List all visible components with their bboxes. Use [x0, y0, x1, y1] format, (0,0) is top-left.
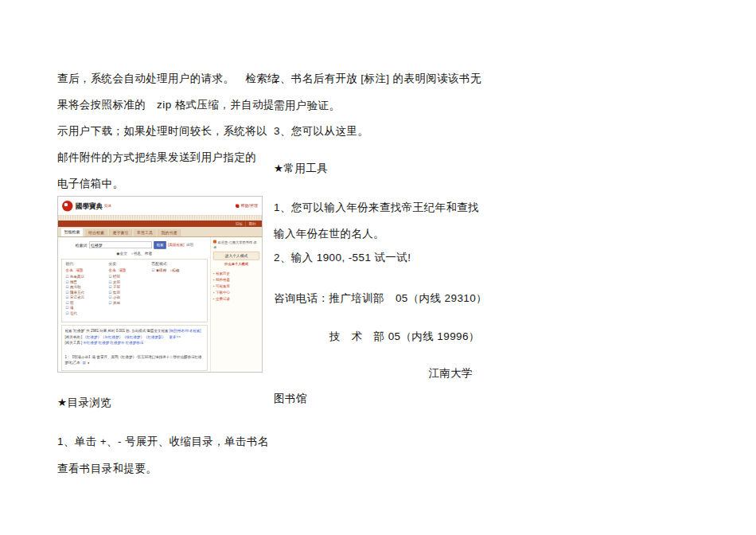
search-button: 检索 — [154, 241, 166, 249]
result-item-text: 1：【明清小说】清·曹雪芹、高鹗《红楼梦》-第五回游幻境指迷十二钗饮仙醪曲演红楼… — [65, 355, 202, 365]
signature-line: 图书馆 — [274, 392, 307, 406]
related-tools-label: [相关工具:] — [65, 341, 83, 345]
tab-combined-search: 组合检索 — [85, 229, 108, 237]
document-text-line: 输入年份在世的名人。 — [274, 227, 384, 241]
mode-radios: ◉模糊 ○精确 — [152, 268, 204, 274]
related-tools-links: 补红楼梦 红楼梦 红楼梦补 红楼梦曲演 — [84, 341, 144, 345]
document-text-line: 查后，系统会自动处理用户的请求。 检索结 — [57, 72, 279, 86]
signature-line: 江南大学 — [274, 366, 473, 381]
section-title: ★目录浏览 — [57, 396, 111, 410]
results-summary: 检索 '红楼梦' 共 2981 结果,耗时 0.001 秒. 当前模式:整篇全文… — [65, 328, 205, 334]
nav-link: 旧版 — [233, 221, 246, 227]
tab-bar: 智能检索 组合检索 逐字索引 常用工具 我的书斋 — [58, 227, 262, 237]
guoxue-logo-icon — [62, 201, 73, 212]
search-scope-radios: ◉全文 ○书名、作者 — [60, 251, 208, 256]
contact-line: 技 术 部 05（内线 19996） — [329, 330, 480, 344]
sidebar-link: 交费记录 — [213, 296, 259, 303]
tab-my-study: 我的书斋 — [158, 229, 181, 237]
help-admin-label: 帮助/管理 — [241, 203, 258, 209]
sidebar-links: 检索历史我的书斋可检索库下载中心交费记录 — [213, 271, 259, 303]
mode-header: 匹配模式: — [152, 262, 204, 268]
help-admin-link: 帮助/管理 — [236, 203, 258, 209]
search-label: 检索词 — [75, 242, 87, 248]
related-books-links: 《红楼梦》《补红楼梦》《续红楼梦》《红楼梦影》 更多>> — [84, 335, 181, 339]
site-main: 检索词 红楼梦 检索 [高级检索] 说明 ◉全文 ○书名、作者 朝代: 全选 清… — [58, 237, 211, 372]
nav-link: 帮助 — [246, 221, 259, 227]
search-help-link: 说明 — [186, 243, 193, 248]
site-subtitle: 简体 — [104, 203, 111, 209]
contact-line: 咨询电话：推广培训部 05（内线 29310） — [274, 291, 487, 306]
dynasty-select-links: 全选 清除 — [66, 268, 109, 274]
sidebar-link: 下载中心 — [213, 290, 259, 296]
what-is-personal-mode-link: 什么是个人模式 — [213, 262, 259, 267]
results-summary-text: 检索 '红楼梦' 共 2981 结果,耗时 0.001 秒. 当前模式:整篇全文… — [65, 329, 169, 333]
select-all-link: 全选 — [66, 268, 73, 274]
tab-char-index: 逐字索引 — [109, 229, 132, 237]
document-icon: ▤ — [83, 361, 86, 365]
sidebar-link: 可检索库 — [213, 283, 259, 290]
tab-common-tools: 常用工具 — [134, 229, 157, 237]
dynasty-list: 先秦两汉魏晋南北朝隋唐五代宋辽金元明清近代 — [66, 275, 109, 316]
search-input: 红楼梦 — [89, 242, 152, 249]
dynasty-column: 朝代: 全选 清除 先秦两汉魏晋南北朝隋唐五代宋辽金元明清近代 — [66, 262, 109, 320]
document-text-line: 需用户验证。 — [274, 99, 340, 113]
dynasty-header: 朝代: — [66, 262, 109, 268]
guoxue-website-screenshot: 國學寶典 简体 帮助/管理 旧版 帮助 智能检索 组合检索 逐字索引 常用工具 … — [57, 196, 263, 373]
related-tools-row: [相关工具:] 补红楼梦 红楼梦 红楼梦补 红楼梦曲演 — [65, 340, 205, 346]
top-nav-bar: 旧版 帮助 — [58, 221, 262, 227]
dynasty-checkbox-item: 近代 — [66, 310, 109, 316]
document-page: 查后，系统会自动处理用户的请求。 检索结 果将会按照标准的 zip 格式压缩，并… — [0, 0, 756, 535]
document-text-line: 示用户下载；如果处理时间较长，系统将以 — [57, 124, 267, 139]
admin-icon — [236, 204, 240, 208]
site-title: 國學寶典 — [76, 201, 103, 211]
red-dot-icon: ● — [88, 361, 89, 365]
user-icon — [213, 240, 216, 244]
document-text-line: 1、单击 +、- 号展开、收缩目录，单击书名 — [57, 435, 269, 449]
document-text-line: 电子信箱中。 — [57, 177, 123, 191]
decorative-stripe — [58, 215, 262, 221]
search-bar: 检索词 红楼梦 检索 [高级检索] 说明 — [60, 241, 208, 249]
result-item: 1：【明清小说】清·曹雪芹、高鹗《红楼梦》-第五回游幻境指迷十二钗饮仙醪曲演红楼… — [65, 354, 205, 366]
site-header: 國學寶典 简体 帮助/管理 — [58, 197, 262, 215]
advanced-search-link: [高级检索] — [168, 243, 185, 248]
site-body: 检索词 红楼梦 检索 [高级检索] 说明 ◉全文 ○书名、作者 朝代: 全选 清… — [58, 237, 262, 372]
document-text-line: 3、您可以从这里。 — [274, 124, 368, 139]
category-checkbox-item: 其他 — [109, 300, 152, 306]
category-header: 分类: — [109, 262, 152, 268]
document-text-line: 查看书目录和提要。 — [57, 462, 157, 476]
screenshot-content: 國學寶典 简体 帮助/管理 旧版 帮助 智能检索 组合检索 逐字索引 常用工具 … — [58, 197, 262, 372]
document-text-line: 2、输入 1900, -551 试一试! — [274, 251, 411, 265]
tab-smart-search: 智能检索 — [60, 228, 84, 237]
sidebar-link: 检索历史 — [213, 271, 259, 277]
site-sidebar: 欢迎您:江南大学图书馆 读者 进入个人模式 什么是个人模式 检索历史我的书斋可检… — [211, 237, 263, 372]
welcome-label: 欢迎您:江南大学图书馆 读者 — [213, 240, 257, 249]
filter-panel: 朝代: 全选 清除 先秦两汉魏晋南北朝隋唐五代宋辽金元明清近代 分类: 全选 — [61, 259, 208, 322]
document-text-line: 1、您可以输入年份来查找帝王纪年和查找 — [274, 201, 479, 215]
welcome-text: 欢迎您:江南大学图书馆 读者 — [213, 240, 259, 249]
sidebar-link: 我的书斋 — [213, 277, 259, 283]
select-all-link: 全选 — [109, 268, 116, 274]
section-title: ★常用工具 — [274, 162, 328, 176]
results-panel: 检索 '红楼梦' 共 2981 结果,耗时 0.001 秒. 当前模式:整篇全文… — [61, 326, 208, 372]
category-column: 分类: 全选 清除 经部史部子部集部小说其他 — [109, 262, 152, 320]
related-books-label: [相关书名:] — [65, 335, 83, 339]
personal-mode-button: 进入个人模式 — [213, 252, 259, 260]
document-text-line: 2、书名后有开放 [标注] 的表明阅读该书无 — [274, 72, 481, 86]
category-select-links: 全选 清除 — [109, 268, 152, 274]
document-text-line: 邮件附件的方式把结果发送到用户指定的 — [57, 150, 256, 165]
related-books-row: [相关书名:] 《红楼梦》《补红楼梦》《续红楼梦》《红楼梦影》 更多>> — [65, 334, 205, 341]
mode-column: 匹配模式: ◉模糊 ○精确 — [152, 262, 204, 320]
back-to-title-search-link: [转到书名/作者检索] — [170, 329, 201, 333]
clear-link: 清除 — [76, 268, 84, 274]
category-list: 经部史部子部集部小说其他 — [109, 275, 152, 306]
document-text-line: 果将会按照标准的 zip 格式压缩，并自动提 — [57, 98, 275, 112]
clear-link: 清除 — [119, 268, 127, 274]
